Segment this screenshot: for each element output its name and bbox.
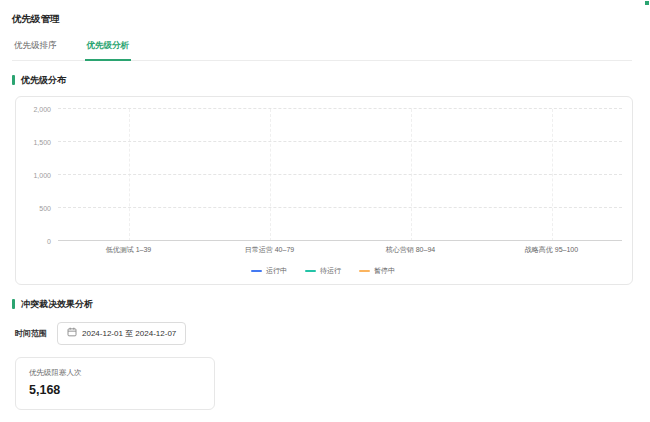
section-title-distribution: 优先级分布	[12, 74, 636, 86]
x-axis-line	[58, 240, 622, 241]
corner-mark	[645, 1, 649, 5]
gridline	[58, 141, 622, 142]
gridline	[58, 207, 622, 208]
bars-container	[58, 109, 622, 241]
x-category-label: 日常运营 40–79	[199, 245, 340, 254]
section-title-conflict: 冲突裁决效果分析	[12, 298, 636, 310]
legend-item-暂停中[interactable]: 暂停中	[359, 267, 395, 275]
time-range-label: 时间范围	[15, 328, 47, 339]
page-title: 优先级管理	[12, 12, 636, 26]
legend-marker	[305, 270, 316, 273]
priority-distribution-chart: 05001,0001,5002,000 低优测试 1–39日常运营 40–79核…	[15, 96, 633, 285]
priority-management-page: 优先级管理 优先级排序 优先级分析 优先级分布 05001,0001,5002,…	[0, 0, 650, 422]
bar-column	[199, 109, 340, 241]
bar-column	[481, 109, 622, 241]
stat-card-priority-blocked: 优先级阻塞人次 5,168	[15, 357, 215, 410]
legend-marker	[359, 270, 370, 273]
plot-area	[58, 109, 622, 241]
stat-card-label: 优先级阻塞人次	[29, 368, 201, 378]
category-gridline	[270, 109, 271, 241]
y-tick-label: 1,000	[33, 172, 51, 179]
legend-item-待运行[interactable]: 待运行	[305, 267, 341, 275]
y-tick-label: 0	[47, 238, 51, 245]
chart-body: 05001,0001,5002,000	[24, 107, 622, 241]
tab-priority-analysis[interactable]: 优先级分析	[85, 39, 132, 61]
gridline	[58, 174, 622, 175]
legend-label: 待运行	[320, 267, 341, 275]
stat-card-value: 5,168	[29, 383, 201, 397]
bar-column	[340, 109, 481, 241]
legend-label: 运行中	[266, 267, 287, 275]
date-range-input[interactable]: 2024-12-01 至 2024-12-07	[57, 322, 186, 345]
y-tick-label: 500	[39, 205, 51, 212]
category-gridline	[552, 109, 553, 241]
bar-column	[58, 109, 199, 241]
y-axis: 05001,0001,5002,000	[24, 109, 58, 241]
legend-item-运行中[interactable]: 运行中	[251, 267, 287, 275]
date-range-value: 2024-12-01 至 2024-12-07	[82, 329, 176, 339]
calendar-icon	[67, 327, 77, 340]
y-tick-label: 2,000	[33, 106, 51, 113]
tab-bar: 优先级排序 优先级分析	[12, 39, 632, 61]
tab-priority-sort[interactable]: 优先级排序	[12, 39, 59, 60]
y-tick-label: 1,500	[33, 139, 51, 146]
x-category-label: 核心营销 80–94	[340, 245, 481, 254]
x-category-label: 战略高优 95–100	[481, 245, 622, 254]
category-gridline	[129, 109, 130, 241]
legend-marker	[251, 270, 262, 273]
time-range-row: 时间范围 2024-12-01 至 2024-12-07	[15, 322, 636, 345]
x-axis-labels: 低优测试 1–39日常运营 40–79核心营销 80–94战略高优 95–100	[58, 245, 622, 254]
category-gridline	[411, 109, 412, 241]
gridline	[58, 108, 622, 109]
legend-label: 暂停中	[374, 267, 395, 275]
x-category-label: 低优测试 1–39	[58, 245, 199, 254]
chart-legend: 运行中待运行暂停中	[24, 266, 622, 276]
